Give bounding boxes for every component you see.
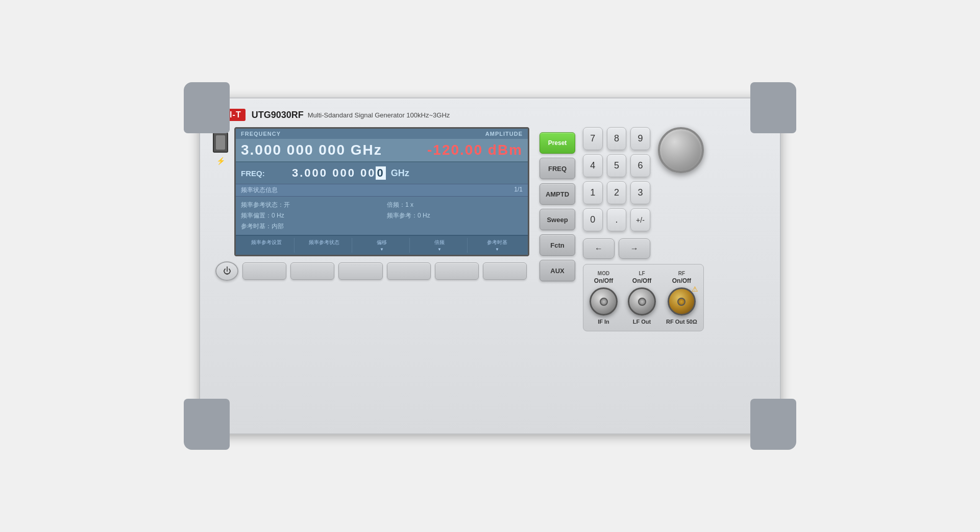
softkey-5-arrow: ▼ bbox=[495, 247, 499, 252]
lf-out-label: LF Out bbox=[633, 319, 651, 325]
amptd-button[interactable]: AMPTD bbox=[540, 183, 575, 205]
lf-out-port: LF On/Off LF Out bbox=[628, 271, 656, 325]
corner-br bbox=[750, 399, 796, 450]
hw-softkey-5[interactable] bbox=[435, 262, 479, 280]
status-line2-left: 频率偏置：0 Hz bbox=[241, 211, 377, 220]
key-8[interactable]: 8 bbox=[607, 127, 627, 150]
output-ports: MOD On/Off IF In bbox=[590, 271, 697, 325]
device-header: UNI-T UTG9030RF Multi-Sdandard Signal Ge… bbox=[213, 109, 767, 121]
key-plusminus[interactable]: +/- bbox=[630, 208, 650, 231]
softkey-5[interactable]: 参考时基 ▼ bbox=[470, 238, 525, 253]
right-top: 7 8 9 4 5 6 1 2 3 0 . +/ bbox=[583, 127, 704, 259]
softkey-hardware-buttons: ⏻ bbox=[213, 261, 529, 281]
softkey-4-label: 倍频 bbox=[434, 239, 445, 246]
softkey-3[interactable]: 偏移 ▼ bbox=[354, 238, 410, 253]
function-buttons: Preset FREQ AMPTD Sweep Fctn AUX bbox=[540, 127, 575, 419]
softkey-4-arrow: ▼ bbox=[437, 247, 442, 252]
freq-row-unit: GHz bbox=[391, 168, 409, 179]
nav-right-button[interactable]: → bbox=[619, 238, 650, 259]
screen-freq-row: FREQ: 3.000 000 00 0 GHz bbox=[236, 162, 528, 184]
if-in-connector bbox=[590, 287, 618, 316]
left-section: ⚡ FREQUENCY AMPLITUDE 3.000 0 bbox=[213, 127, 529, 419]
hw-softkey-1[interactable] bbox=[242, 262, 286, 280]
usb-icon: ⚡ bbox=[216, 157, 225, 165]
mod-label: MOD bbox=[598, 271, 609, 276]
lf-out-connector bbox=[628, 287, 656, 316]
rf-onoff[interactable]: On/Off bbox=[672, 277, 691, 284]
softkey-3-label: 偏移 bbox=[377, 239, 387, 246]
aux-button[interactable]: AUX bbox=[540, 260, 575, 281]
device-body: UNI-T UTG9030RF Multi-Sdandard Signal Ge… bbox=[199, 98, 781, 434]
freq-row-value: 3.000 000 00 bbox=[292, 166, 376, 180]
lf-out-header: LF On/Off bbox=[632, 271, 651, 284]
preset-button[interactable]: Preset bbox=[540, 132, 575, 154]
corner-bl bbox=[184, 399, 230, 450]
if-in-header: MOD On/Off bbox=[594, 271, 613, 284]
key-1[interactable]: 1 bbox=[583, 181, 603, 204]
freq-button[interactable]: FREQ bbox=[540, 158, 575, 179]
key-3[interactable]: 3 bbox=[630, 181, 650, 204]
hw-softkey-6[interactable] bbox=[483, 262, 527, 280]
display-row: ⚡ FREQUENCY AMPLITUDE 3.000 0 bbox=[213, 127, 529, 256]
numeric-keypad: 7 8 9 4 5 6 1 2 3 0 . +/ bbox=[583, 127, 650, 259]
freq-row-label: FREQ: bbox=[241, 169, 292, 178]
nav-row: ← → bbox=[583, 238, 650, 259]
right-section: Preset FREQ AMPTD Sweep Fctn AUX 7 8 bbox=[540, 127, 767, 419]
hw-softkey-4[interactable] bbox=[387, 262, 431, 280]
corner-tl bbox=[184, 82, 230, 133]
device-model: UTG9030RF bbox=[252, 110, 304, 120]
screen-softkey-bar: 频率参考设置 频率参考状态 偏移 ▼ 倍频 bbox=[236, 235, 528, 255]
softkey-1[interactable]: 频率参考设置 bbox=[239, 238, 295, 253]
info-label: 频率状态信息 bbox=[241, 186, 278, 195]
key-2[interactable]: 2 bbox=[607, 181, 627, 204]
hw-softkey-3[interactable] bbox=[338, 262, 382, 280]
key-5[interactable]: 5 bbox=[607, 154, 627, 177]
softkey-4[interactable]: 倍频 ▼ bbox=[412, 238, 468, 253]
frequency-value: 3.000 000 000 GHz bbox=[241, 142, 382, 158]
if-in-connector-wrap bbox=[590, 287, 618, 316]
key-4[interactable]: 4 bbox=[583, 154, 603, 177]
hw-softkey-2[interactable] bbox=[290, 262, 334, 280]
screen-freq-amp-row: 3.000 000 000 GHz -120.00 dBm bbox=[236, 139, 528, 161]
rf-out-connector-wrap: ⚠ bbox=[668, 287, 696, 316]
key-6[interactable]: 6 bbox=[630, 154, 650, 177]
if-in-label: IF In bbox=[598, 319, 609, 325]
key-decimal[interactable]: . bbox=[607, 208, 627, 231]
device-unit: UNI-T UTG9030RF Multi-Sdandard Signal Ge… bbox=[184, 82, 796, 450]
corner-tr bbox=[750, 82, 796, 133]
keypad-and-output: 7 8 9 4 5 6 1 2 3 0 . +/ bbox=[583, 127, 704, 419]
softkey-2[interactable]: 频率参考状态 bbox=[297, 238, 352, 253]
rotary-knob[interactable] bbox=[658, 127, 704, 173]
screen-status-area: 频率参考状态：开 倍频：1 x 频率偏置：0 Hz 频率参考：0 Hz 参考时基… bbox=[236, 197, 528, 235]
frequency-label: FREQUENCY bbox=[241, 131, 281, 137]
softkey-3-arrow: ▼ bbox=[380, 247, 384, 252]
key-0[interactable]: 0 bbox=[583, 208, 603, 231]
lf-onoff[interactable]: On/Off bbox=[632, 277, 651, 284]
sweep-button[interactable]: Sweep bbox=[540, 209, 575, 230]
screen-info-bar: 频率状态信息 1/1 bbox=[236, 184, 528, 197]
info-page: 1/1 bbox=[514, 186, 523, 195]
status-line1-left: 频率参考状态：开 bbox=[241, 201, 377, 209]
keypad-grid: 7 8 9 4 5 6 1 2 3 0 . +/ bbox=[583, 127, 650, 231]
freq-row-cursor: 0 bbox=[376, 166, 385, 180]
key-7[interactable]: 7 bbox=[583, 127, 603, 150]
usb-port[interactable] bbox=[213, 132, 228, 153]
status-line2-right: 频率参考：0 Hz bbox=[387, 211, 523, 220]
screen-top-bar: FREQUENCY AMPLITUDE bbox=[236, 129, 528, 139]
softkey-2-label: 频率参考状态 bbox=[309, 239, 339, 246]
rf-out-header: RF On/Off bbox=[672, 271, 691, 284]
rf-out-inner bbox=[677, 298, 685, 306]
fctn-button[interactable]: Fctn bbox=[540, 234, 575, 256]
output-ports-section: MOD On/Off IF In bbox=[583, 264, 704, 331]
rf-label: RF bbox=[678, 271, 685, 276]
amplitude-value: -120.00 dBm bbox=[427, 142, 523, 158]
power-button[interactable]: ⏻ bbox=[215, 261, 238, 281]
if-in-port: MOD On/Off IF In bbox=[590, 271, 618, 325]
if-in-inner bbox=[600, 298, 608, 306]
mod-onoff[interactable]: On/Off bbox=[594, 277, 613, 284]
softkey-1-label: 频率参考设置 bbox=[251, 239, 282, 246]
status-grid: 频率参考状态：开 倍频：1 x 频率偏置：0 Hz 频率参考：0 Hz 参考时基… bbox=[241, 201, 523, 231]
amplitude-label: AMPLITUDE bbox=[485, 131, 523, 137]
key-9[interactable]: 9 bbox=[630, 127, 650, 150]
nav-left-button[interactable]: ← bbox=[583, 238, 615, 259]
